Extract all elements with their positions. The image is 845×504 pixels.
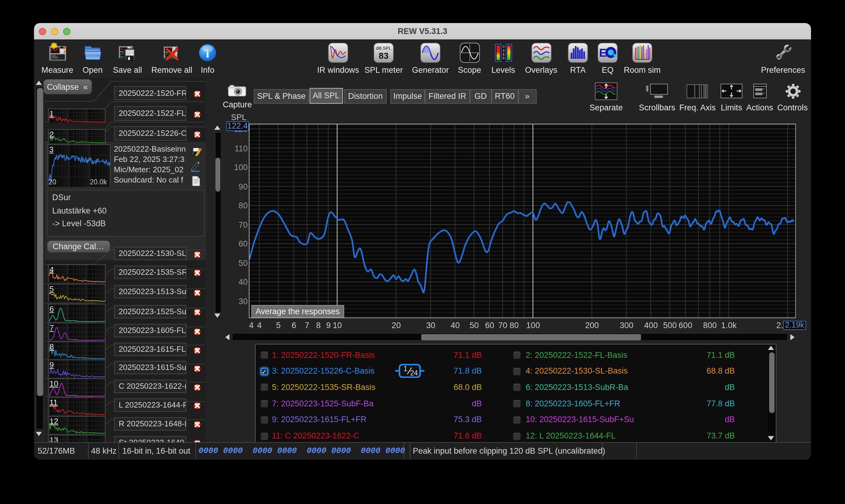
svg-text:83: 83 [379, 51, 389, 61]
svg-text:i: i [206, 47, 209, 60]
svg-text:24: 24 [410, 369, 418, 377]
svg-text:9: 9 [503, 56, 505, 60]
svg-text:E: E [599, 47, 607, 59]
svg-text:1: 1 [403, 365, 407, 373]
svg-text:dB SPL: dB SPL [376, 46, 392, 51]
